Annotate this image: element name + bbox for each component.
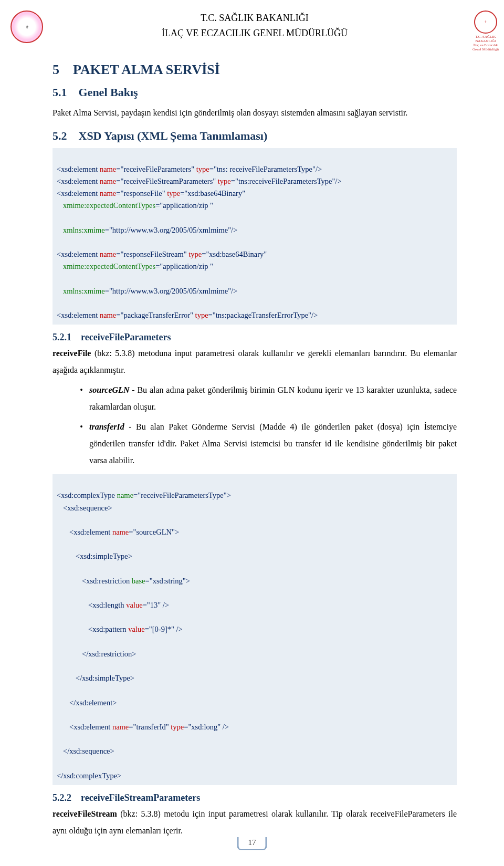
code-text: ="xsd:long" /> (184, 723, 229, 731)
code-text: <xsd:sequence> (63, 504, 112, 512)
code-text: type (196, 165, 209, 173)
bullet-list-521: • sourceGLN - Bu alan adına paket gönder… (74, 382, 457, 469)
code-text: <xsd:element (57, 250, 100, 258)
code-text: ="tns:packageTransferErrorType"/> (208, 311, 318, 319)
code-text: xmime:expectedContentTypes (63, 201, 155, 210)
page-number-value: 17 (237, 837, 267, 850)
ministry-seal-icon: ⚕ (10, 11, 42, 42)
header-title-line2: İLAÇ VE ECZACILIK GENEL MÜDÜRLÜĞÜ (52, 26, 457, 41)
code-text: <xsd:element (69, 723, 112, 731)
code-text: ="application/zip " (155, 201, 213, 210)
code-block-2: <xsd:complexType name="receiveFileParame… (52, 474, 457, 785)
code-text: name (112, 528, 129, 536)
code-text: type (218, 177, 231, 185)
heading-5-2-2-title: receiveFileStreamParameters (81, 792, 200, 803)
code-text: <xsd:pattern (88, 625, 128, 633)
code-block-1: <xsd:element name="receiveFileParameters… (52, 148, 457, 325)
para-5-2-2: receiveFileStream (bkz: 5.3.8) metodu iç… (52, 806, 457, 839)
code-text: ="receiveFileStreamParameters" (116, 177, 218, 185)
heading-5-1-num: 5.1 (52, 86, 67, 99)
code-text: <xsd:complexType (57, 491, 117, 499)
page-header: ⚕ ⚕ T.C. SAĞLIK BAKANLIĞI İlaç ve Eczacı… (52, 11, 457, 41)
code-text: <xsd:element (57, 189, 100, 197)
heading-5-2-1-title: receiveFileParameters (81, 332, 171, 342)
directorate-seal-icon: ⚕ T.C. SAĞLIK BAKANLIĞI İlaç ve Eczacılı… (467, 11, 499, 42)
code-text: </xsd:complexType> (57, 771, 121, 780)
term-receivefile: receiveFile (52, 349, 91, 358)
heading-5: 5 PAKET ALMA SERVİSİ (52, 62, 457, 78)
code-text: <xsd:restriction (82, 577, 132, 585)
heading-5-2-1-num: 5.2.1 (52, 332, 71, 342)
code-text: value (126, 601, 142, 609)
list-item: • transferId - Bu alan Paket Gönderme Se… (74, 419, 457, 469)
heading-5-2: 5.2 XSD Yapısı (XML Şema Tanımlaması) (52, 129, 457, 143)
code-text: type (167, 189, 180, 197)
code-text: xmime:expectedContentTypes (63, 262, 155, 270)
code-text: ="tns: receiveFileParametersType"/> (209, 165, 322, 173)
term-sourcegln: sourceGLN (89, 385, 129, 394)
para-5-2-1-text: (bkz: 5.3.8) metoduna input parametresi … (52, 349, 457, 374)
code-text: type (195, 311, 208, 319)
page-number: 17 (237, 837, 267, 850)
heading-5-2-2: 5.2.2 receiveFileStreamParameters (52, 792, 457, 804)
code-text: xmlns:xmime (63, 226, 105, 234)
bullet-icon: • (74, 419, 89, 469)
code-text: <xsd:element (57, 165, 100, 173)
logo-right-caption-3: Genel Müdürlüğü (467, 47, 504, 51)
code-text: </xsd:element> (69, 698, 117, 707)
code-text: name (100, 189, 116, 197)
heading-5-1: 5.1 Genel Bakış (52, 86, 457, 99)
heading-5-2-num: 5.2 (52, 129, 67, 142)
code-text: <xsd:element (57, 311, 100, 319)
code-text: ="packageTransferError" (116, 311, 195, 319)
code-text: name (112, 723, 129, 731)
code-text: ="[0-9]*" /> (145, 625, 183, 633)
bullet-1-text: - Bu alan adına paket gönderilmiş birimi… (89, 385, 457, 411)
code-text: ="application/zip " (155, 262, 213, 270)
code-text: ="responseFile" (116, 189, 167, 197)
code-text: </xsd:restriction> (82, 650, 136, 658)
code-text: name (100, 311, 116, 319)
term-receivefilestream: receiveFileStream (52, 809, 117, 818)
heading-5-2-2-num: 5.2.2 (52, 792, 71, 803)
code-text: xmlns:xmime (63, 287, 105, 295)
code-text: ="receiveFileParametersType"> (133, 491, 231, 499)
code-text: <xsd:element (57, 177, 100, 185)
code-text: <xsd:simpleType> (76, 552, 132, 560)
code-text: base (132, 577, 145, 585)
code-text: ="transferId" (129, 723, 171, 731)
code-text: ="xsd:base64Binary" (202, 250, 267, 258)
code-text: ="13" /> (143, 601, 169, 609)
code-text: ="http://www.w3.org/2005/05/xmlmime"/> (105, 287, 238, 295)
logo-right-caption-1: T.C. SAĞLIK BAKANLIĞI (467, 35, 504, 43)
code-text: ="receiveFileParameters" (116, 165, 196, 173)
heading-5-title: PAKET ALMA SERVİSİ (73, 62, 220, 77)
code-text: ="tns:receiveFileParametersType"/> (231, 177, 342, 185)
heading-5-1-title: Genel Bakış (79, 86, 138, 99)
code-text: </xsd:simpleType> (76, 674, 134, 682)
code-text: name (100, 250, 116, 258)
page: ⚕ ⚕ T.C. SAĞLIK BAKANLIĞI İlaç ve Eczacı… (0, 0, 504, 866)
code-text: ="responseFileStream" (116, 250, 188, 258)
code-text: name (100, 177, 116, 185)
code-text: <xsd:length (88, 601, 126, 609)
code-text: type (188, 250, 202, 258)
bullet-2-text: - Bu alan Paket Gönderme Servisi (Madde … (89, 422, 457, 465)
para-5-2-1: receiveFile (bkz: 5.3.8) metoduna input … (52, 345, 457, 379)
heading-5-2-title: XSD Yapısı (XML Şema Tanımlaması) (79, 129, 268, 142)
header-title-line1: T.C. SAĞLIK BAKANLIĞI (52, 11, 457, 26)
code-text: name (100, 165, 116, 173)
heading-5-2-1: 5.2.1 receiveFileParameters (52, 332, 457, 343)
code-text: ="http://www.w3.org/2005/05/xmlmime"/> (105, 226, 238, 234)
code-text: value (128, 625, 144, 633)
code-text: <xsd:element (69, 528, 112, 536)
term-transferid: transferId (89, 422, 124, 431)
code-text: ="sourceGLN"> (129, 528, 179, 536)
code-text: </xsd:sequence> (63, 747, 114, 755)
heading-5-num: 5 (52, 62, 59, 77)
logo-right-caption-2: İlaç ve Eczacılık (467, 43, 504, 47)
code-text: ="xsd:base64Binary" (180, 189, 245, 197)
bullet-icon: • (74, 382, 89, 415)
code-text: ="xsd:string"> (145, 577, 190, 585)
list-item: • sourceGLN - Bu alan adına paket gönder… (74, 382, 457, 415)
